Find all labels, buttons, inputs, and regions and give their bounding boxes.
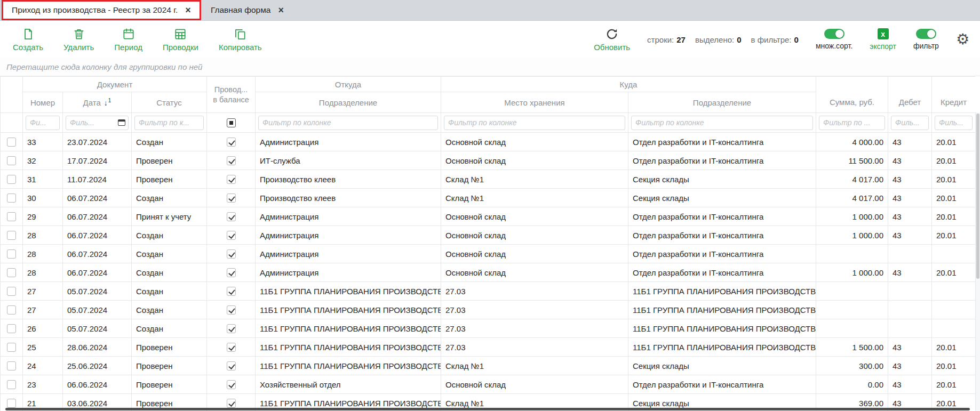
posted-checkbox[interactable] <box>227 380 236 389</box>
column-header-posted[interactable]: Провод... в балансе <box>207 77 256 113</box>
filter-input-sum[interactable] <box>819 116 885 130</box>
tab-main-form[interactable]: Главная форма × <box>202 0 292 20</box>
table-row[interactable]: 3217.07.2024ПроверенИТ-службаОсновной ск… <box>1 151 976 170</box>
cell-storage: 27.03 <box>441 301 628 319</box>
table-row[interactable]: 3111.07.2024ПроверенПроизводство клеевСк… <box>1 170 976 189</box>
cell-to-department: Секция склады <box>628 189 816 207</box>
row-checkbox[interactable] <box>7 156 16 165</box>
cell-number: 27 <box>23 282 63 301</box>
posted-checkbox[interactable] <box>227 156 236 165</box>
refresh-button-label: Обновить <box>594 43 630 52</box>
row-checkbox[interactable] <box>7 361 16 370</box>
calendar-icon[interactable] <box>118 119 125 126</box>
row-checkbox[interactable] <box>7 399 16 408</box>
table-row[interactable]: 2806.07.2024СозданАдминистрацияОсновной … <box>1 226 976 245</box>
row-checkbox[interactable] <box>7 324 16 333</box>
column-header-from-department[interactable]: Подразделение <box>256 92 441 113</box>
cell-date: 11.07.2024 <box>63 170 132 189</box>
export-control[interactable]: x экспорт <box>870 28 896 51</box>
create-button[interactable]: Создать <box>13 27 43 52</box>
posted-checkbox[interactable] <box>227 175 236 184</box>
filter-toggle[interactable] <box>916 29 936 39</box>
table-row[interactable]: 2806.07.2024СозданАдминистрацияОсновной … <box>1 263 976 282</box>
group-by-drop-zone[interactable]: Перетащите сюда колонку для группировки … <box>0 58 980 76</box>
column-header-status[interactable]: Статус <box>132 92 207 113</box>
row-checkbox[interactable] <box>7 249 16 259</box>
posted-checkbox[interactable] <box>227 305 236 315</box>
horizontal-scrollbar-thumb[interactable] <box>5 408 970 410</box>
table-row[interactable]: 2705.07.2024Создан11Б1 ГРУППА ПЛАНИРОВАН… <box>1 301 976 319</box>
tab-close-icon[interactable]: × <box>185 5 191 15</box>
copy-button[interactable]: Копировать <box>219 27 262 52</box>
refresh-button[interactable]: Обновить <box>594 27 630 52</box>
table-row[interactable]: 2806.07.2024СозданАдминистрацияОсновной … <box>1 245 976 263</box>
column-header-credit[interactable]: Кредит <box>932 77 976 113</box>
period-button[interactable]: Период <box>114 27 142 52</box>
cell-to-department: Секция склады <box>628 357 816 375</box>
table-row[interactable]: 2528.06.2024Проверен11Б1 ГРУППА ПЛАНИРОВ… <box>1 338 976 357</box>
posted-checkbox[interactable] <box>227 361 236 370</box>
column-header-sum[interactable]: Сумма, руб. <box>816 77 888 113</box>
table-row[interactable]: 3006.07.2024СозданПроизводство клеевСкла… <box>1 189 976 207</box>
table-row[interactable]: 2425.06.2024Проверен11Б1 ГРУППА ПЛАНИРОВ… <box>1 357 976 375</box>
filter-input-from-dept[interactable] <box>258 116 438 130</box>
vertical-scrollbar-thumb[interactable] <box>976 114 979 279</box>
row-checkbox[interactable] <box>7 138 16 147</box>
multi-sort-control[interactable]: множ.сорт. <box>816 29 852 50</box>
posted-checkbox[interactable] <box>227 399 236 408</box>
posted-checkbox[interactable] <box>227 138 236 147</box>
posted-checkbox[interactable] <box>227 194 236 203</box>
row-checkbox[interactable] <box>7 343 16 352</box>
filter-input-num[interactable] <box>26 116 60 130</box>
postings-button[interactable]: Проводки <box>163 27 198 52</box>
cell-debit: 43 <box>888 226 932 245</box>
row-checkbox[interactable] <box>7 212 16 221</box>
cell-credit: 20.01 <box>932 170 976 189</box>
column-header-num[interactable]: Номер <box>23 92 63 113</box>
cell-sum: 4 017.00 <box>816 170 888 189</box>
posted-checkbox[interactable] <box>227 212 236 221</box>
tab-close-icon[interactable]: × <box>278 5 284 15</box>
row-checkbox[interactable] <box>7 305 16 315</box>
cell-status: Принят к учету <box>132 207 207 226</box>
data-grid: ДокументПровод... в балансеОткудаКудаСум… <box>0 76 975 411</box>
row-checkbox[interactable] <box>7 175 16 184</box>
filter-control[interactable]: фильтр <box>913 29 939 50</box>
posted-checkbox[interactable] <box>227 343 236 352</box>
posted-checkbox[interactable] <box>227 249 236 259</box>
filter-input-storage[interactable] <box>444 116 625 130</box>
table-row[interactable]: 2605.07.2024Создан11Б1 ГРУППА ПЛАНИРОВАН… <box>1 319 976 338</box>
excel-export-icon[interactable]: x <box>878 28 889 39</box>
multi-sort-toggle[interactable] <box>824 29 844 39</box>
column-header-to-department[interactable]: Подразделение <box>628 92 816 113</box>
posted-checkbox[interactable] <box>227 231 236 240</box>
row-checkbox[interactable] <box>7 268 16 277</box>
row-checkbox[interactable] <box>7 287 16 296</box>
column-header-date[interactable]: Дата↓1 <box>63 92 132 113</box>
table-row[interactable]: 3323.07.2024СозданАдминистрацияОсновной … <box>1 133 976 151</box>
posted-checkbox[interactable] <box>227 287 236 296</box>
tab-registry[interactable]: Приход из производства - Реестр за 2024 … <box>2 0 201 20</box>
row-checkbox[interactable] <box>7 231 16 240</box>
filter-input-to-dept[interactable] <box>631 116 813 130</box>
cell-status: Проверен <box>132 170 207 189</box>
cell-storage: Основной склад <box>441 263 628 282</box>
posted-checkbox[interactable] <box>227 324 236 333</box>
column-header-storage[interactable]: Место хранения <box>441 92 628 113</box>
table-row[interactable]: 2705.07.2024Создан11Б1 ГРУППА ПЛАНИРОВАН… <box>1 282 976 301</box>
delete-button[interactable]: Удалить <box>63 27 94 52</box>
filter-input-credit[interactable] <box>935 116 973 130</box>
posted-filter-checkbox[interactable] <box>227 118 236 127</box>
settings-gear-icon[interactable]: ⚙ <box>956 32 969 47</box>
filter-input-debit[interactable] <box>891 116 929 130</box>
filter-input-status[interactable] <box>134 116 204 130</box>
table-row[interactable]: 2306.06.2024ПроверенХозяйственный отделО… <box>1 375 976 394</box>
posted-checkbox[interactable] <box>227 268 236 277</box>
vertical-scrollbar[interactable] <box>975 112 980 411</box>
table-row[interactable]: 2906.07.2024Принят к учетуАдминистрацияО… <box>1 207 976 226</box>
row-checkbox[interactable] <box>7 380 16 389</box>
toolbar-right: Обновить строки:27 выделено:0 в фильтре:… <box>594 27 969 52</box>
column-header-debit[interactable]: Дебет <box>888 77 932 113</box>
row-checkbox[interactable] <box>7 194 16 203</box>
cell-sum: 4 000.00 <box>816 133 888 151</box>
